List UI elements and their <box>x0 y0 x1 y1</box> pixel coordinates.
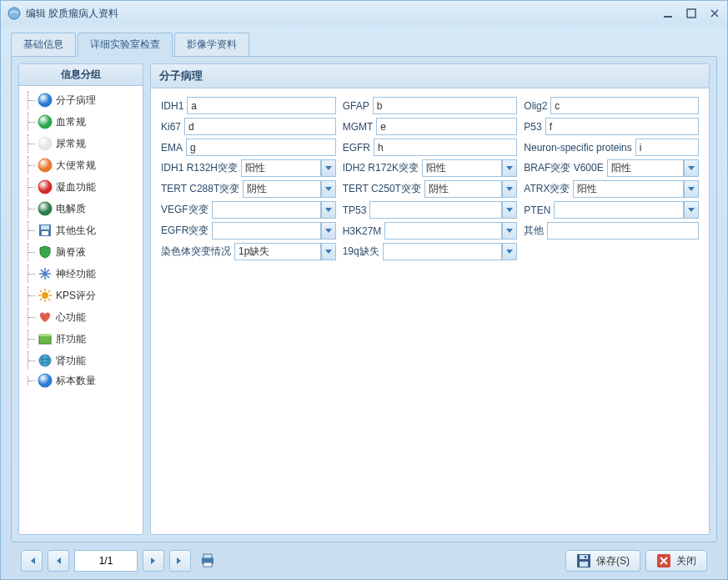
field-label: EGFR突变 <box>161 224 208 238</box>
white-sphere-icon <box>38 136 53 151</box>
svg-rect-21 <box>580 555 588 559</box>
chevron-down-icon[interactable] <box>502 180 517 198</box>
text-input-2-0[interactable] <box>186 139 336 156</box>
combo-input-4-1[interactable] <box>424 180 502 198</box>
field-label: TERT C250T突变 <box>343 182 421 196</box>
text-input-2-1[interactable] <box>374 139 517 156</box>
tab-1[interactable]: 详细实验室检查 <box>78 33 173 57</box>
svg-point-12 <box>42 292 48 299</box>
combo-input-5-2[interactable] <box>554 201 684 219</box>
sidebar-item-11[interactable]: 肝功能 <box>19 328 143 350</box>
chevron-down-icon[interactable] <box>321 201 336 219</box>
combo-input-3-1[interactable] <box>422 159 502 177</box>
tab-2[interactable]: 影像学资料 <box>174 33 249 56</box>
sidebar-item-9[interactable]: KPS评分 <box>19 285 143 306</box>
combo-4-2 <box>573 180 699 198</box>
chevron-down-icon[interactable] <box>321 222 336 240</box>
sidebar-item-label: 大便常规 <box>56 159 96 173</box>
sidebar-item-1[interactable]: 血常规 <box>19 111 143 133</box>
combo-input-6-0[interactable] <box>212 222 320 240</box>
combo-input-5-1[interactable] <box>369 201 502 219</box>
svg-rect-2 <box>687 9 695 18</box>
chevron-down-icon[interactable] <box>684 180 699 198</box>
text-input-6-2[interactable] <box>547 222 699 240</box>
svg-point-16 <box>38 374 52 387</box>
text-input-2-2[interactable] <box>635 139 699 156</box>
sidebar-item-label: 凝血功能 <box>56 180 96 194</box>
close-action-button[interactable]: 关闭 <box>645 550 707 572</box>
combo-5-1 <box>369 201 517 219</box>
text-input-0-0[interactable] <box>187 97 335 114</box>
field-label: PTEN <box>524 204 550 216</box>
combo-input-3-2[interactable] <box>607 159 684 177</box>
sidebar-item-3[interactable]: 大便常规 <box>19 154 143 176</box>
text-input-0-1[interactable] <box>373 97 518 114</box>
form-cell-5-1: TP53 <box>343 201 518 219</box>
sidebar-item-6[interactable]: 其他生化 <box>19 219 143 241</box>
form-cell-1-1: MGMT <box>343 118 518 135</box>
print-icon[interactable] <box>199 552 216 570</box>
field-label: IDH1 <box>161 100 183 112</box>
chevron-down-icon[interactable] <box>321 180 336 198</box>
last-page-button[interactable] <box>169 550 191 572</box>
chevron-down-icon[interactable] <box>502 159 517 177</box>
combo-input-4-0[interactable] <box>243 180 320 198</box>
form-area: IDH1GFAPOlig2Ki67MGMTP53EMAEGFRNeuron-sp… <box>151 88 709 534</box>
maximize-button[interactable] <box>685 8 697 19</box>
chevron-down-icon[interactable] <box>684 201 699 219</box>
combo-input-4-2[interactable] <box>573 180 684 198</box>
sidebar-item-4[interactable]: 凝血功能 <box>19 176 143 198</box>
close-button[interactable] <box>709 8 720 19</box>
combo-input-3-0[interactable] <box>241 159 321 177</box>
sidebar-item-7[interactable]: 脑脊液 <box>19 241 143 263</box>
chevron-down-icon[interactable] <box>321 243 336 260</box>
field-label: GFAP <box>343 100 369 112</box>
main-header: 分子病理 <box>151 64 709 88</box>
combo-input-7-0[interactable] <box>234 243 321 260</box>
save-button[interactable]: 保存(S) <box>565 550 640 572</box>
window: 编辑 胶质瘤病人资料 基础信息详细实验室检查影像学资料 信息分组 分子病理血常规… <box>0 0 728 580</box>
first-page-button[interactable] <box>21 550 43 572</box>
svg-rect-10 <box>41 225 49 229</box>
text-input-1-2[interactable] <box>545 118 699 135</box>
tab-body: 信息分组 分子病理血常规尿常规大便常规凝血功能电解质其他生化脑脊液神经功能KPS… <box>11 56 717 542</box>
next-page-button[interactable] <box>143 550 164 572</box>
sidebar-item-8[interactable]: 神经功能 <box>19 263 143 285</box>
chevron-down-icon[interactable] <box>502 243 517 260</box>
combo-input-5-0[interactable] <box>212 201 321 219</box>
chevron-down-icon[interactable] <box>684 159 699 177</box>
snowflake-icon <box>38 266 53 281</box>
field-label: 染色体突变情况 <box>161 245 231 259</box>
sidebar-item-5[interactable]: 电解质 <box>19 198 143 219</box>
text-input-1-0[interactable] <box>184 118 336 135</box>
page-input[interactable] <box>74 550 138 572</box>
chevron-down-icon[interactable] <box>321 159 336 177</box>
combo-input-7-1[interactable] <box>383 243 503 260</box>
sidebar-item-0[interactable]: 分子病理 <box>19 89 143 111</box>
minimize-button[interactable] <box>662 8 674 19</box>
text-input-1-1[interactable] <box>376 118 517 135</box>
green-sphere-icon <box>38 114 53 129</box>
close-button-label: 关闭 <box>676 554 696 568</box>
combo-input-6-1[interactable] <box>384 222 502 240</box>
tab-0[interactable]: 基础信息 <box>11 33 76 56</box>
prev-page-button[interactable] <box>48 550 69 572</box>
floppy-icon <box>38 223 53 238</box>
form-row-3: IDH1 R132H突变IDH2 R172K突变BRAF突变 V600E <box>161 159 699 177</box>
text-input-0-2[interactable] <box>550 97 699 114</box>
sidebar-item-13[interactable]: 标本数量 <box>19 371 143 390</box>
chevron-down-icon[interactable] <box>502 222 517 240</box>
sidebar-item-12[interactable]: 肾功能 <box>19 350 143 371</box>
combo-7-1 <box>383 243 518 260</box>
window-buttons <box>662 8 720 19</box>
sidebar-header: 信息分组 <box>19 64 143 86</box>
svg-rect-13 <box>39 335 51 344</box>
blue-sphere-icon <box>38 93 53 108</box>
sidebar-item-label: 血常规 <box>56 115 86 129</box>
field-label: Neuron-specific proteins <box>524 142 631 154</box>
form-cell-3-2: BRAF突变 V600E <box>524 159 699 177</box>
svg-rect-22 <box>580 562 588 567</box>
sidebar-item-10[interactable]: 心功能 <box>19 306 143 328</box>
chevron-down-icon[interactable] <box>502 201 517 219</box>
sidebar-item-2[interactable]: 尿常规 <box>19 133 143 154</box>
